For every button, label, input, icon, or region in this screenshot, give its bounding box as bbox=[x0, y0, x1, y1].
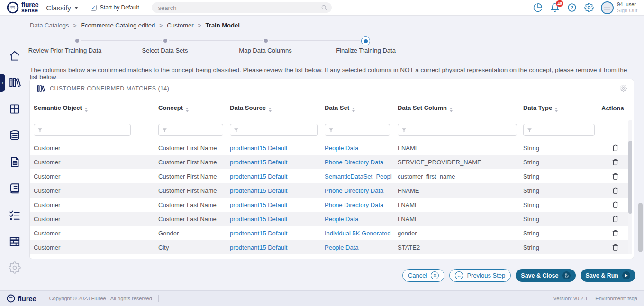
table-row: Customer Customer First Name prodtenant1… bbox=[30, 183, 631, 198]
sidebar-item-database[interactable] bbox=[9, 129, 21, 142]
sidebar-item-report[interactable] bbox=[9, 156, 21, 168]
table-scrollbar-thumb[interactable] bbox=[628, 141, 632, 214]
cell-data-set-column: customer_first_name bbox=[394, 169, 519, 183]
sidebar-item-layers[interactable] bbox=[9, 235, 21, 248]
cell-data-source-link[interactable]: prodtenant15 Default bbox=[226, 141, 321, 155]
filter-input-concept[interactable] bbox=[169, 124, 221, 135]
cell-data-source-link[interactable]: prodtenant15 Default bbox=[226, 155, 321, 169]
step-dot-map-columns[interactable] bbox=[264, 39, 268, 43]
cancel-button[interactable]: Cancel ✕ bbox=[402, 269, 444, 282]
cell-data-set-link[interactable]: Phone Directory Data bbox=[321, 198, 394, 212]
card-title: CUSTOMER CONFIRMED MATCHES (14) bbox=[50, 85, 169, 92]
cell-data-set-link[interactable]: SemanticDataSet_Peopl bbox=[321, 169, 394, 183]
module-selector[interactable]: Classify bbox=[46, 4, 78, 12]
delete-row-trash-icon[interactable] bbox=[610, 243, 621, 252]
step-label-review-prior[interactable]: Review Prior Training Data bbox=[28, 47, 102, 54]
sort-icon bbox=[555, 108, 558, 112]
breadcrumb-separator: > bbox=[198, 22, 201, 29]
delete-row-trash-icon[interactable] bbox=[610, 200, 621, 209]
step-dot-review-prior[interactable] bbox=[75, 39, 79, 43]
version-text: Version: v0.2.1 bbox=[553, 296, 588, 301]
step-dot-select-data-sets[interactable] bbox=[163, 39, 167, 43]
cell-data-set-link[interactable]: People Data bbox=[321, 212, 394, 226]
app-window: fluree sense Classify Start by Default bbox=[0, 0, 644, 306]
fluree-sense-logo[interactable]: fluree sense bbox=[7, 1, 38, 14]
cell-data-source-link[interactable]: prodtenant15 Default bbox=[226, 183, 321, 198]
filter-input-data-source[interactable] bbox=[241, 124, 316, 135]
col-header-semantic-object[interactable]: Semantic Object bbox=[30, 98, 154, 119]
delete-row-trash-icon[interactable] bbox=[610, 186, 621, 195]
col-header-data-type[interactable]: Data Type bbox=[519, 98, 598, 119]
stepper-connector bbox=[169, 40, 263, 41]
breadcrumb-current-page: Train Model bbox=[206, 22, 240, 29]
cell-data-set-link[interactable]: People Data bbox=[321, 141, 394, 155]
filter-data-type[interactable] bbox=[523, 124, 595, 136]
delete-row-trash-icon[interactable] bbox=[610, 157, 621, 167]
sidebar-item-home[interactable] bbox=[9, 50, 21, 62]
sidebar-item-checklist[interactable] bbox=[9, 209, 21, 221]
filter-concept[interactable] bbox=[158, 124, 223, 136]
filter-data-source[interactable] bbox=[230, 124, 318, 136]
step-label-finalize[interactable]: Finalize Training Data bbox=[336, 47, 396, 54]
step-label-select-data-sets[interactable]: Select Data Sets bbox=[142, 47, 188, 54]
delete-row-trash-icon[interactable] bbox=[610, 228, 621, 238]
filter-input-semantic-object[interactable] bbox=[45, 124, 128, 135]
filter-input-data-type[interactable] bbox=[534, 124, 592, 135]
table-settings-gear-icon[interactable] bbox=[620, 85, 627, 92]
step-dot-finalize-active[interactable] bbox=[361, 36, 370, 45]
breadcrumb-customer-link[interactable]: Customer bbox=[167, 22, 193, 29]
help-icon[interactable]: ? bbox=[567, 2, 577, 13]
cell-data-source-link[interactable]: prodtenant15 Default bbox=[226, 198, 321, 212]
filter-data-set[interactable] bbox=[325, 124, 390, 136]
delete-row-trash-icon[interactable] bbox=[610, 143, 621, 153]
filter-input-data-set-column[interactable] bbox=[408, 124, 515, 135]
start-by-default-checkbox[interactable] bbox=[91, 5, 97, 11]
filter-data-set-column[interactable] bbox=[398, 124, 517, 136]
cell-data-source-link[interactable]: prodtenant15 Default bbox=[226, 212, 321, 226]
cell-data-source-link[interactable]: prodtenant15 Default bbox=[226, 226, 321, 240]
sidebar-item-scheduled-jobs[interactable] bbox=[9, 261, 21, 274]
cell-data-set-link[interactable]: Phone Directory Data bbox=[321, 183, 394, 198]
sidebar-active-indicator[interactable]: › bbox=[0, 74, 5, 92]
main-content: Data Catalogs > Ecommerce Catalog edited… bbox=[29, 16, 644, 290]
matches-table: Semantic Object Concept Data Source Data… bbox=[30, 98, 631, 254]
cell-data-source-link[interactable]: prodtenant15 Default bbox=[226, 240, 321, 254]
cell-data-set-column: FNAME bbox=[394, 183, 519, 198]
user-menu[interactable]: 94_user Sign Out bbox=[601, 1, 637, 14]
notifications-bell-icon[interactable]: 48 bbox=[550, 2, 560, 13]
cell-data-set-link[interactable]: Phone Directory Data bbox=[321, 155, 394, 169]
save-and-close-button[interactable]: Save & Close bbox=[516, 269, 575, 282]
settings-gear-icon[interactable] bbox=[584, 2, 594, 13]
save-and-run-button[interactable]: Save & Run ▶ bbox=[581, 269, 635, 282]
sign-out-link[interactable]: Sign Out bbox=[617, 8, 637, 14]
col-header-concept[interactable]: Concept bbox=[154, 98, 226, 119]
table-body: Customer Customer First Name prodtenant1… bbox=[30, 141, 631, 254]
notification-badge: 48 bbox=[556, 0, 563, 7]
filter-input-data-set[interactable] bbox=[336, 124, 388, 135]
cell-data-set-link[interactable]: People Data bbox=[321, 240, 394, 254]
cell-semantic-object: Customer bbox=[30, 141, 154, 155]
step-label-map-columns[interactable]: Map Data Columns bbox=[239, 47, 291, 54]
sidebar-item-data-catalogs[interactable] bbox=[9, 76, 21, 89]
previous-step-button[interactable]: ← Previous Step bbox=[449, 269, 511, 282]
top-bar: fluree sense Classify Start by Default bbox=[0, 0, 644, 16]
col-header-data-source[interactable]: Data Source bbox=[226, 98, 321, 119]
sidebar-item-catalog-book[interactable] bbox=[9, 182, 21, 195]
filter-semantic-object[interactable] bbox=[34, 124, 131, 136]
sidebar-item-grid[interactable] bbox=[9, 103, 21, 115]
page-scrollbar-thumb[interactable] bbox=[638, 203, 643, 252]
avatar[interactable] bbox=[601, 1, 614, 14]
breadcrumb-catalog-link[interactable]: Ecommerce Catalog edited bbox=[81, 22, 155, 29]
search-input[interactable] bbox=[152, 2, 332, 13]
header-icons: 48 ? bbox=[533, 2, 594, 13]
delete-row-trash-icon[interactable] bbox=[610, 214, 621, 224]
breadcrumb-data-catalogs[interactable]: Data Catalogs bbox=[30, 22, 69, 29]
cell-data-set-link[interactable]: Individual 5K Generated bbox=[321, 226, 394, 240]
sort-icon bbox=[352, 108, 355, 112]
delete-row-trash-icon[interactable] bbox=[610, 171, 621, 181]
analytics-pie-chart-icon[interactable] bbox=[533, 2, 543, 13]
col-header-data-set[interactable]: Data Set bbox=[321, 98, 394, 119]
col-header-data-set-column[interactable]: Data Set Column bbox=[394, 98, 519, 119]
breadcrumb-separator: > bbox=[73, 22, 76, 29]
cell-data-source-link[interactable]: prodtenant15 Default bbox=[226, 169, 321, 183]
